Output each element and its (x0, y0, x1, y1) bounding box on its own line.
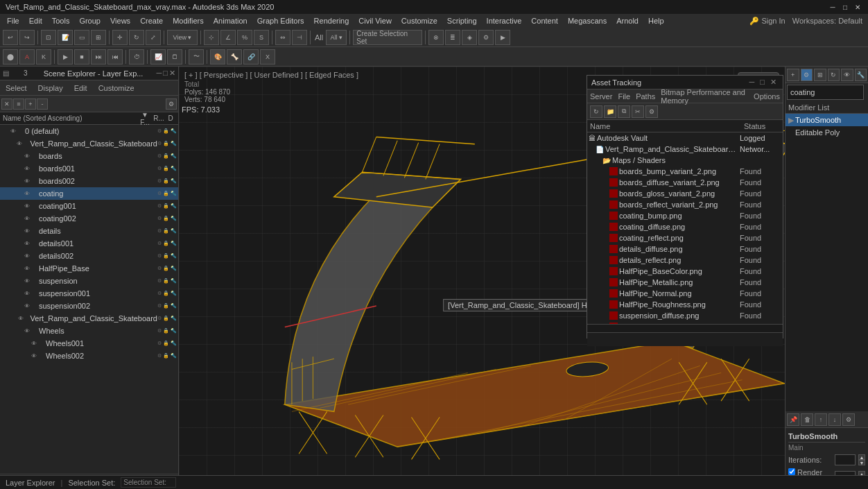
se-item-suspension002[interactable]: 👁suspension002⚙🔒🔦 (0, 300, 178, 312)
move-button[interactable]: ✛ (112, 30, 128, 45)
dope-sheet[interactable]: 🗒 (167, 49, 182, 65)
motion-paths[interactable]: 〜 (189, 49, 204, 65)
se-item-wheels002[interactable]: 👁Wheels002⚙🔒🔦 (0, 350, 178, 362)
at-strip-btn[interactable]: ✂ (632, 105, 644, 118)
se-item-vr_cs[interactable]: 👁Vert_Ramp_and_Classic_Skateboard⚙🔒🔦 (0, 137, 178, 150)
menu-file[interactable]: File (3, 15, 24, 26)
at-row-HalfPipe_Normal_png[interactable]: HalfPipe_Normal.pngFound (587, 288, 783, 299)
se-eye-suspension[interactable]: 👁 (22, 278, 32, 284)
redo-button[interactable]: ↪ (19, 30, 35, 45)
se-tab-customize[interactable]: Customize (93, 83, 140, 94)
angle-snap[interactable]: ∠ (220, 30, 236, 45)
mod-up-btn[interactable]: ↑ (815, 413, 827, 426)
menu-help[interactable]: Help (644, 15, 668, 26)
se-eye-wheels[interactable]: 👁 (22, 328, 32, 334)
at-tab-options[interactable]: Options (754, 92, 780, 101)
at-max-btn[interactable]: □ (758, 78, 767, 87)
se-item-coating002[interactable]: 👁coating002⚙🔒🔦 (0, 212, 178, 225)
window-crossing-button[interactable]: ⊞ (91, 30, 106, 45)
se-eye-details[interactable]: 👁 (22, 228, 32, 234)
se-close-btn[interactable]: ✕ (169, 69, 175, 78)
se-eye-details001[interactable]: 👁 (22, 241, 32, 247)
at-row-HalfPipe_BaseColor_png[interactable]: HalfPipe_BaseColor.pngFound (587, 266, 783, 277)
se-item-wheels[interactable]: 👁Wheels⚙🔒🔦 (0, 325, 178, 337)
wirecolor[interactable]: 🎨 (210, 49, 225, 65)
se-item-details001[interactable]: 👁details001⚙🔒🔦 (0, 237, 178, 250)
se-eye-wheels001[interactable]: 👁 (29, 341, 39, 347)
se-item-vr_cs2[interactable]: 👁Vert_Ramp_and_Classic_Skateboard⚙🔒🔦 (0, 312, 178, 325)
play-btn[interactable]: ▶ (58, 49, 73, 65)
reference-coord-button[interactable]: View ▾ (167, 30, 198, 45)
at-row-details_diffuse_png[interactable]: details_diffuse.pngFound (587, 243, 783, 255)
create-tab[interactable]: + (787, 69, 799, 81)
minimize-button[interactable]: ─ (828, 2, 837, 12)
at-tab-server[interactable]: Server (590, 92, 612, 101)
se-tab-display[interactable]: Display (33, 83, 69, 94)
at-refresh-btn[interactable]: ↻ (590, 105, 602, 118)
at-row-suspension_gloss_png[interactable]: suspension_gloss.pngFound (587, 321, 783, 324)
se-filter-btn[interactable]: ✕ (1, 98, 12, 110)
se-min-btn[interactable]: ─ (157, 69, 162, 78)
menu-scripting[interactable]: Scripting (443, 15, 481, 26)
hierarchy-tab[interactable]: ⊞ (814, 69, 826, 81)
at-row-coating_bump_png[interactable]: coating_bump.pngFound (587, 210, 783, 221)
object-name-input[interactable]: coating (787, 85, 864, 100)
se-item-boards001[interactable]: 👁boards001⚙🔒🔦 (0, 162, 178, 175)
spinner-snap[interactable]: S (254, 30, 269, 45)
se-item-0default[interactable]: 👁0 (default)⚙🔒🔦 (0, 125, 178, 137)
se-eye-boards002[interactable]: 👁 (22, 178, 32, 185)
se-max-btn[interactable]: □ (163, 69, 168, 78)
se-item-wheels001[interactable]: 👁Wheels001⚙🔒🔦 (0, 337, 178, 350)
at-row-coating_diffuse_png[interactable]: coating_diffuse.pngFound (587, 221, 783, 232)
at-row-Vert_Ramp_and_Classic_Skateboard_max_vray_max[interactable]: 📄Vert_Ramp_and_Classic_Skateboard_max_vr… (587, 144, 783, 155)
modifier-turbossmooth[interactable]: ▶ TurboSmooth (785, 114, 868, 126)
menu-arnold[interactable]: Arnold (612, 15, 643, 26)
se-eye-coating001[interactable]: 👁 (22, 203, 32, 209)
se-eye-0default[interactable]: 👁 (8, 128, 18, 135)
se-eye-coating[interactable]: 👁 (22, 191, 32, 197)
modify-tab[interactable]: ⚙ (801, 69, 813, 81)
se-item-details[interactable]: 👁details⚙🔒🔦 (0, 225, 178, 237)
at-tab-bitmap[interactable]: Bitmap Performance and Memory (661, 88, 748, 105)
close-button[interactable]: ✕ (853, 2, 862, 12)
render-setup[interactable]: ⚙ (478, 30, 494, 45)
sign-in-button[interactable]: 🔑 Sign In (747, 17, 788, 26)
percent-snap[interactable]: % (237, 30, 252, 45)
menu-graph-editors[interactable]: Graph Editors (253, 15, 309, 26)
se-tab-select[interactable]: Select (0, 83, 33, 94)
se-eye-coating002[interactable]: 👁 (22, 216, 32, 222)
se-item-details002[interactable]: 👁details002⚙🔒🔦 (0, 250, 178, 262)
undo-button[interactable]: ↩ (3, 30, 18, 45)
render-btn[interactable]: ▶ (495, 30, 510, 45)
material-editor[interactable]: ◈ (462, 30, 477, 45)
prev-frame[interactable]: ⏮ (107, 49, 123, 65)
at-locate-btn[interactable]: 📁 (604, 105, 616, 118)
se-item-halfpipe[interactable]: 👁HalfPipe_Base⚙🔒🔦 (0, 262, 178, 275)
at-copy-btn[interactable]: ⧉ (618, 105, 630, 118)
status-selection-input[interactable]: Selection Set: (121, 477, 176, 488)
rect-select-button[interactable]: ▭ (74, 30, 89, 45)
se-eye-wheels002[interactable]: 👁 (29, 353, 39, 359)
motion-tab[interactable]: ↻ (828, 69, 840, 81)
se-collapse-btn[interactable]: - (37, 98, 48, 110)
curve-editor[interactable]: 📈 (150, 49, 166, 65)
scale-button[interactable]: ⤢ (146, 30, 161, 45)
se-eye-details002[interactable]: 👁 (22, 253, 32, 259)
maximize-button[interactable]: □ (840, 2, 850, 12)
menu-rendering[interactable]: Rendering (310, 15, 354, 26)
se-eye-suspension001[interactable]: 👁 (22, 291, 32, 297)
layer-manager[interactable]: ⊗ (428, 30, 444, 45)
at-tab-paths[interactable]: Paths (636, 92, 655, 101)
all-views-button[interactable]: All ▾ (326, 30, 347, 45)
modifier-editable-poly[interactable]: Editable Poly (785, 126, 868, 139)
at-row-boards_gloss_variant_2_png[interactable]: boards_gloss_variant_2.pngFound (587, 188, 783, 199)
menu-content[interactable]: Content (527, 15, 562, 26)
at-scrollbar[interactable] (587, 324, 783, 332)
se-item-boards002[interactable]: 👁boards002⚙🔒🔦 (0, 175, 178, 187)
se-eye-vr_cs2[interactable]: 👁 (17, 316, 25, 322)
menu-edit[interactable]: Edit (25, 15, 46, 26)
at-row-coating_reflect_png[interactable]: coating_reflect.pngFound (587, 232, 783, 243)
next-frame[interactable]: ⏭ (91, 49, 106, 65)
keying-btn[interactable]: ⬤ (3, 49, 18, 65)
mod-delete-btn[interactable]: 🗑 (801, 413, 813, 426)
